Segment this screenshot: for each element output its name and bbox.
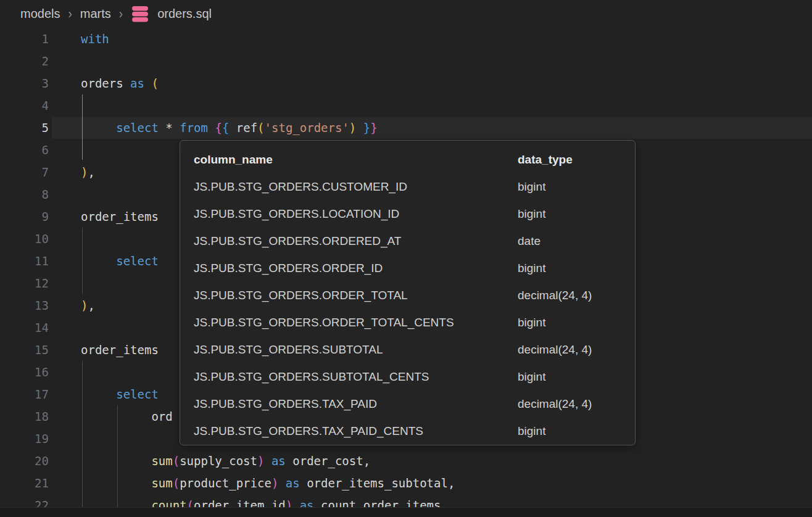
- code-line[interactable]: 2: [0, 50, 812, 72]
- data-type-cell: decimal(24, 4): [518, 336, 592, 363]
- breadcrumb-items: models›marts›: [20, 7, 123, 21]
- line-number: 17: [0, 383, 49, 405]
- table-row: JS.PUB.STG_ORDERS.SUBTOTAL_CENTSbigint: [180, 363, 635, 391]
- data-type-cell: bigint: [518, 309, 545, 336]
- data-type-cell: decimal(24, 4): [518, 391, 592, 418]
- database-icon: [131, 6, 149, 22]
- line-number: 15: [0, 339, 49, 361]
- column-name-cell: JS.PUB.STG_ORDERS.ORDERED_AT: [194, 228, 401, 255]
- table-row: JS.PUB.STG_ORDERS.SUBTOTALdecimal(24, 4): [180, 336, 635, 363]
- data-type-cell: bigint: [518, 255, 545, 282]
- breadcrumb-file-name[interactable]: orders.sql: [157, 7, 212, 21]
- code-line[interactable]: 20 sum(supply_cost) as order_cost,: [0, 450, 812, 472]
- code-line[interactable]: 4: [0, 94, 812, 117]
- breadcrumb-item[interactable]: models: [20, 7, 60, 21]
- data-type-cell: bigint: [518, 363, 545, 391]
- table-header-row: column_name data_type: [180, 146, 635, 173]
- line-number: 20: [0, 450, 49, 472]
- table-row: JS.PUB.STG_ORDERS.TAX_PAID_CENTSbigint: [180, 418, 635, 445]
- column-name-cell: JS.PUB.STG_ORDERS.TAX_PAID_CENTS: [194, 418, 423, 445]
- table-row: JS.PUB.STG_ORDERS.ORDERED_ATdate: [180, 228, 635, 255]
- table-row: JS.PUB.STG_ORDERS.ORDER_TOTALdecimal(24,…: [180, 282, 635, 309]
- line-number: 4: [0, 94, 49, 117]
- column-name-cell: JS.PUB.STG_ORDERS.ORDER_TOTAL_CENTS: [194, 309, 454, 336]
- line-number: 3: [0, 72, 49, 94]
- line-number: 19: [0, 428, 49, 450]
- active-indent-guide: [82, 94, 83, 160]
- table-row: JS.PUB.STG_ORDERS.CUSTOMER_IDbigint: [180, 173, 635, 201]
- bottom-strip: [0, 507, 812, 517]
- line-number: 14: [0, 316, 49, 339]
- code-text: select: [81, 383, 159, 405]
- code-text: order_items: [81, 205, 159, 228]
- breadcrumb-item[interactable]: marts: [80, 7, 111, 21]
- code-text: ),: [81, 161, 95, 183]
- indent-guide: [117, 405, 118, 508]
- data-type-cell: bigint: [518, 173, 545, 201]
- code-text: select * from {{ ref('stg_orders') }}: [81, 117, 378, 139]
- data-type-cell: bigint: [518, 418, 545, 445]
- code-line[interactable]: 1with: [0, 28, 812, 50]
- data-type-header: data_type: [518, 146, 573, 173]
- line-number: 1: [0, 28, 49, 50]
- breadcrumb-separator-icon: ›: [68, 6, 72, 22]
- line-number: 16: [0, 361, 49, 383]
- line-number: 11: [0, 250, 49, 272]
- column-metadata-popup: column_name data_type JS.PUB.STG_ORDERS.…: [180, 140, 636, 445]
- code-line[interactable]: 3orders as (: [0, 72, 812, 94]
- code-text: order_items: [81, 339, 159, 361]
- line-number: 2: [0, 50, 49, 72]
- line-number: 18: [0, 405, 49, 428]
- line-number: 8: [0, 183, 49, 205]
- table-row: JS.PUB.STG_ORDERS.ORDER_IDbigint: [180, 255, 635, 282]
- code-text: select: [81, 250, 159, 272]
- code-line[interactable]: 21 sum(product_price) as order_items_sub…: [0, 472, 812, 494]
- code-text: ord: [81, 405, 173, 428]
- column-name-cell: JS.PUB.STG_ORDERS.TAX_PAID: [194, 391, 377, 418]
- data-type-cell: bigint: [518, 201, 545, 228]
- column-name-cell: JS.PUB.STG_ORDERS.CUSTOMER_ID: [194, 173, 407, 201]
- breadcrumb-separator-icon: ›: [119, 6, 123, 22]
- code-text: ),: [81, 294, 95, 316]
- column-name-cell: JS.PUB.STG_ORDERS.ORDER_TOTAL: [194, 282, 408, 309]
- line-number: 10: [0, 228, 49, 250]
- column-name-cell: JS.PUB.STG_ORDERS.SUBTOTAL: [194, 336, 383, 363]
- line-number: 9: [0, 205, 49, 228]
- line-number: 5: [0, 117, 49, 139]
- line-number: 13: [0, 294, 49, 316]
- code-text: sum(supply_cost) as order_cost,: [81, 450, 370, 472]
- table-row: JS.PUB.STG_ORDERS.ORDER_TOTAL_CENTSbigin…: [180, 309, 635, 336]
- column-name-cell: JS.PUB.STG_ORDERS.SUBTOTAL_CENTS: [194, 363, 429, 391]
- code-line[interactable]: 5 select * from {{ ref('stg_orders') }}: [0, 117, 812, 139]
- table-row: JS.PUB.STG_ORDERS.LOCATION_IDbigint: [180, 201, 635, 228]
- column-name-cell: JS.PUB.STG_ORDERS.ORDER_ID: [194, 255, 383, 282]
- table-body: JS.PUB.STG_ORDERS.CUSTOMER_IDbigintJS.PU…: [180, 173, 635, 445]
- line-number: 7: [0, 161, 49, 183]
- table-row: JS.PUB.STG_ORDERS.TAX_PAIDdecimal(24, 4): [180, 391, 635, 418]
- breadcrumb: models›marts› orders.sql: [0, 0, 812, 28]
- line-number: 12: [0, 272, 49, 294]
- column-name-cell: JS.PUB.STG_ORDERS.LOCATION_ID: [194, 201, 399, 228]
- code-text: with: [81, 28, 109, 50]
- line-number: 6: [0, 139, 49, 161]
- code-text: sum(product_price) as order_items_subtot…: [81, 472, 455, 494]
- indent-guide: [82, 228, 83, 294]
- data-type-cell: date: [518, 228, 541, 255]
- data-type-cell: decimal(24, 4): [518, 282, 592, 309]
- line-number: 21: [0, 472, 49, 494]
- column-name-header: column_name: [194, 146, 273, 173]
- code-text: orders as (: [81, 72, 159, 94]
- indent-guide: [82, 361, 83, 508]
